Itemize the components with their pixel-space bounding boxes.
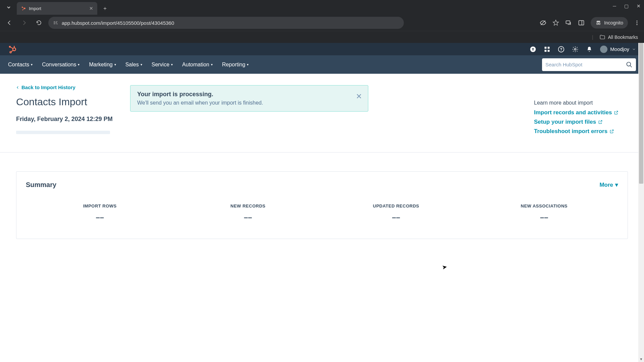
stat-label: UPDATED RECORDS xyxy=(322,203,470,208)
help-link-setup[interactable]: Setup your import files xyxy=(534,119,628,125)
back-link-text: Back to Import History xyxy=(21,84,75,90)
all-bookmarks-link[interactable]: All Bookmarks xyxy=(608,35,638,40)
bookmarks-divider: | xyxy=(592,35,593,40)
stat-label: IMPORT ROWS xyxy=(26,203,174,208)
help-icon[interactable]: ? xyxy=(558,46,565,53)
svg-text:?: ? xyxy=(560,47,562,51)
alert-close-icon[interactable]: ✕ xyxy=(356,93,362,100)
browser-menu-icon[interactable] xyxy=(634,20,640,26)
account-menu[interactable]: Moodjoy xyxy=(600,46,636,53)
forward-button[interactable] xyxy=(19,17,30,28)
more-button[interactable]: More ▾ xyxy=(599,181,618,188)
browser-tab[interactable]: Import ✕ xyxy=(17,2,97,15)
close-window-icon[interactable]: ✕ xyxy=(637,3,641,9)
maximize-icon[interactable]: ▢ xyxy=(624,3,629,9)
incognito-label: Incognito xyxy=(604,20,623,25)
search-icon[interactable] xyxy=(626,61,633,68)
address-bar[interactable]: app.hubspot.com/import/45105500/post/430… xyxy=(48,17,404,29)
svg-line-27 xyxy=(11,50,13,52)
folder-icon xyxy=(599,34,605,40)
alert-title: Your import is processing. xyxy=(137,91,351,98)
summary-header: Summary More ▾ xyxy=(26,181,618,189)
tab-title: Import xyxy=(29,6,87,11)
chevron-down-icon: ▾ xyxy=(114,63,116,66)
import-timestamp: Friday, February 2, 2024 12:29 PM xyxy=(16,116,117,123)
help-link-text: Import records and activities xyxy=(534,109,612,116)
upgrade-icon[interactable] xyxy=(530,46,536,53)
bookmarks-bar: | All Bookmarks xyxy=(0,31,644,43)
main-nav: Contacts▾ Conversations▾ Marketing▾ Sale… xyxy=(0,55,644,74)
minimize-icon[interactable]: ─ xyxy=(613,3,616,9)
help-link-troubleshoot[interactable]: Troubleshoot import errors xyxy=(534,128,628,135)
chevron-down-icon: ▾ xyxy=(171,63,173,66)
summary-title: Summary xyxy=(26,181,56,189)
nav-marketing[interactable]: Marketing▾ xyxy=(89,62,116,68)
account-name: Moodjoy xyxy=(610,46,629,52)
nav-conversations[interactable]: Conversations▾ xyxy=(42,62,79,68)
summary-card: Summary More ▾ IMPORT ROWS –– NEW RECORD… xyxy=(16,171,628,239)
vertical-scrollbar[interactable]: ▲ ▼ xyxy=(638,43,644,362)
svg-point-10 xyxy=(57,23,58,24)
nav-automation[interactable]: Automation▾ xyxy=(182,62,213,68)
incognito-indicator[interactable]: Incognito xyxy=(591,17,628,28)
back-link[interactable]: Back to Import History xyxy=(16,84,117,90)
svg-rect-13 xyxy=(579,20,584,25)
nav-sales[interactable]: Sales▾ xyxy=(125,62,142,68)
scroll-down-icon[interactable]: ▼ xyxy=(638,356,644,362)
svg-point-9 xyxy=(56,22,57,23)
nav-reporting[interactable]: Reporting▾ xyxy=(222,62,249,68)
address-bar-right: Incognito xyxy=(540,17,640,28)
scroll-thumb[interactable] xyxy=(639,43,643,184)
svg-line-2 xyxy=(23,8,24,8)
media-control-icon[interactable] xyxy=(565,19,572,26)
svg-rect-29 xyxy=(545,47,547,49)
svg-rect-32 xyxy=(548,50,550,52)
search-box[interactable] xyxy=(542,58,636,71)
nav-label: Contacts xyxy=(8,62,29,68)
site-settings-icon[interactable] xyxy=(53,20,58,25)
eye-off-icon[interactable] xyxy=(540,19,546,26)
loading-skeleton xyxy=(16,131,110,134)
more-label: More xyxy=(599,182,613,188)
stat-import-rows: IMPORT ROWS –– xyxy=(26,203,174,222)
help-link-text: Setup your import files xyxy=(534,119,596,125)
stat-new-records: NEW RECORDS –– xyxy=(174,203,322,222)
svg-rect-6 xyxy=(54,22,55,23)
url-text: app.hubspot.com/import/45105500/post/430… xyxy=(62,20,174,26)
chevron-down-icon: ▾ xyxy=(211,63,213,66)
svg-rect-12 xyxy=(566,21,570,23)
svg-point-26 xyxy=(10,51,11,53)
hubspot-logo-icon[interactable] xyxy=(8,45,17,54)
chevron-down-icon: ▾ xyxy=(141,63,142,66)
notifications-icon[interactable] xyxy=(586,46,593,53)
window-controls: ─ ▢ ✕ xyxy=(613,3,641,9)
stat-value: –– xyxy=(26,213,174,222)
search-input[interactable] xyxy=(545,62,626,67)
bookmark-star-icon[interactable] xyxy=(552,19,559,26)
svg-point-16 xyxy=(599,23,600,25)
nav-service[interactable]: Service▾ xyxy=(152,62,173,68)
nav-label: Automation xyxy=(182,62,209,68)
side-panel-icon[interactable] xyxy=(578,19,585,26)
nav-label: Sales xyxy=(125,62,139,68)
nav-contacts[interactable]: Contacts▾ xyxy=(8,62,33,68)
svg-point-18 xyxy=(637,20,638,21)
svg-line-25 xyxy=(11,47,13,49)
nav-label: Conversations xyxy=(42,62,76,68)
back-button[interactable] xyxy=(4,17,15,28)
stat-new-associations: NEW ASSOCIATIONS –– xyxy=(470,203,619,222)
svg-rect-30 xyxy=(548,47,550,49)
chevron-left-icon xyxy=(16,86,19,89)
new-tab-button[interactable]: ＋ xyxy=(100,3,110,13)
stat-value: –– xyxy=(470,213,619,222)
stat-value: –– xyxy=(322,213,470,222)
marketplace-icon[interactable] xyxy=(544,46,550,53)
browser-chrome: ─ ▢ ✕ Import ✕ ＋ app.hubspot. xyxy=(0,0,644,43)
external-link-icon xyxy=(598,120,603,124)
address-bar-row: app.hubspot.com/import/45105500/post/430… xyxy=(0,15,644,31)
tab-close-icon[interactable]: ✕ xyxy=(89,6,93,11)
reload-button[interactable] xyxy=(34,17,44,28)
settings-icon[interactable] xyxy=(572,46,579,53)
help-link-records[interactable]: Import records and activities xyxy=(534,109,628,116)
tab-search-icon[interactable] xyxy=(3,1,15,13)
